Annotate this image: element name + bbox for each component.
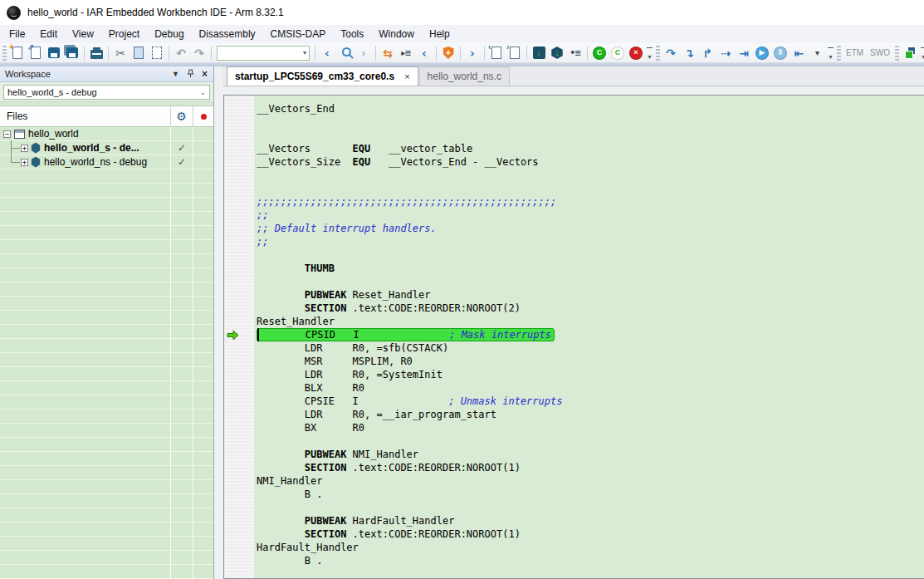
code-line[interactable]: BX R0 [257,421,924,434]
code-line[interactable]: B . [257,488,924,501]
paste-button[interactable] [148,44,166,62]
print-button[interactable] [87,44,105,62]
step-out-button[interactable]: ↱ [698,44,716,62]
close-tab-icon[interactable]: × [404,72,409,81]
code-line[interactable] [257,129,924,142]
code-line[interactable]: ;; Default interrupt handlers. [257,222,924,235]
expand-box-icon[interactable]: + [21,145,28,152]
toggle-bookmark-button[interactable]: ⇆ [379,44,397,62]
etm-button-button[interactable]: ETM [843,46,867,60]
step-over-button[interactable]: ↷ [662,44,680,62]
find-previous-button[interactable]: ‹ [318,44,336,62]
code-line[interactable]: NMI_Handler [257,474,924,488]
code-line[interactable]: ;;;;;;;;;;;;;;;;;;;;;;;;;;;;;;;;;;;;;;;;… [257,195,924,209]
code-line[interactable]: CPSID I ; Mask interrupts [257,328,924,341]
copy-button[interactable] [130,44,148,62]
code-line[interactable] [257,275,924,288]
configuration-selector[interactable]: hello_world_s - debug ⌄ [3,85,210,100]
menu-disassembly[interactable]: Disassembly [192,26,263,42]
breakpoint-gutter[interactable] [224,96,254,578]
tree-row-hello-world-s-de-[interactable]: +hello_world_s - de...✓ [0,141,213,155]
code-line[interactable] [257,434,924,448]
menu-file[interactable]: File [2,26,32,42]
tree-row-hello-world[interactable]: −hello_world [0,127,213,141]
restart-debugger-button[interactable]: C [590,44,609,62]
code-line[interactable]: CPSIE I ; Unmask interrupts [257,395,924,408]
go-to-bookmark-button[interactable]: ▸≡ [397,44,415,62]
menu-cmsis-dap[interactable]: CMSIS-DAP [263,26,334,42]
toolbar-overflow-icon[interactable]: ▾ [826,45,835,61]
code-line[interactable]: B . [257,554,924,567]
code-line[interactable]: PUBWEAK HardFault_Handler [257,514,924,527]
menu-help[interactable]: Help [422,26,457,42]
code-line[interactable] [257,115,924,129]
panel-menu-icon[interactable]: ▼ [172,71,179,78]
code-line[interactable]: LDR R0, =__iar_program_start [257,408,924,421]
save-button[interactable] [45,44,63,62]
menu-edit[interactable]: Edit [32,26,65,42]
code-line[interactable]: SECTION .text:CODE:REORDER:NOROOT(2) [257,302,924,315]
code-line[interactable]: Reset_Handler [257,315,924,328]
undo-button[interactable]: ↶ [172,44,190,62]
code-line[interactable]: __Vectors_Size EQU __Vectors_End - __Vec… [257,155,924,169]
expand-box-icon[interactable]: + [21,159,28,166]
code-line[interactable]: __Vectors_End [257,102,924,115]
download-active-application-button[interactable]: ↓ [548,44,566,62]
stop-debugging-button[interactable]: × [627,44,645,62]
security-shield-button[interactable]: + [439,44,457,62]
make-button[interactable]: •≡ [566,44,584,62]
menu-window[interactable]: Window [371,26,422,42]
tab-startup-LPC55S69-cm33-core0-s[interactable]: startup_LPC55S69_cm33_core0.s× [227,66,418,86]
pin-icon[interactable] [187,69,194,80]
code-line[interactable]: LDR R0, =SystemInit [257,368,924,381]
panel-splitter[interactable] [214,66,222,579]
code-line[interactable]: __Vectors EQU __vector_table [257,142,924,155]
reset-button[interactable]: C [609,44,627,62]
code-line[interactable]: LDR R0, =sfb(CSTACK) [257,341,924,355]
tab-hello-world-ns-c[interactable]: hello_world_ns.c [419,66,510,86]
go-button[interactable]: ▶ [753,44,771,62]
search-combo[interactable]: ▾ [217,46,310,61]
swo-button-button[interactable]: SWO [867,46,893,60]
code-line[interactable]: PUBWEAK NMI_Handler [257,448,924,461]
new-document-button[interactable]: + [8,44,27,62]
debug-dropdown-button[interactable]: ▾ [808,44,826,62]
navigate-backward-button[interactable]: ‹ [415,44,433,62]
next-document-button[interactable]: › [506,44,524,62]
code-line[interactable]: SECTION .text:CODE:REORDER:NOROOT(1) [257,461,924,474]
code-line[interactable]: ;; [257,209,924,222]
code-line[interactable]: PUBWEAK Reset_Handler [257,288,924,302]
open-file-button[interactable]: ⇗ [27,44,45,62]
code-line[interactable]: ;; [257,235,924,248]
menu-project[interactable]: Project [101,26,147,42]
code-editor[interactable]: __Vectors_End__Vectors EQU __vector_tabl… [254,96,924,578]
code-line[interactable]: SECTION .text:CODE:REORDER:NOROOT(1) [257,527,924,541]
reset-target-button[interactable]: ⇤ [790,44,808,62]
code-line[interactable]: HardFault_Handler [257,541,924,554]
menu-view[interactable]: View [65,26,101,42]
next-statement-button[interactable]: ⇢ [716,44,735,62]
find-button[interactable] [336,44,354,62]
navigate-forward-button[interactable]: › [463,44,482,62]
close-icon[interactable]: × [202,69,208,79]
redo-button[interactable]: ↷ [190,44,208,62]
code-line[interactable]: BLX R0 [257,381,924,395]
run-to-cursor-button[interactable]: ⇥ [735,44,753,62]
step-into-button[interactable]: ↴ [680,44,698,62]
multicore-button[interactable] [901,44,919,62]
previous-document-button[interactable]: ‹ [487,44,506,62]
menu-tools[interactable]: Tools [333,26,371,42]
cut-button[interactable]: ✂ [111,44,130,62]
code-line[interactable] [257,501,924,514]
toolbar-overflow-icon[interactable]: ▾ [645,45,654,61]
menu-debug[interactable]: Debug [147,26,191,42]
find-next-button[interactable]: › [354,44,373,62]
collapse-box-icon[interactable]: − [3,130,11,138]
save-all-button[interactable] [63,44,81,62]
tree-row-hello-world-ns-debug[interactable]: +hello_world_ns - debug✓ [0,155,213,169]
toolbar-overflow-icon[interactable]: ▾ [919,45,924,61]
code-line[interactable] [257,182,924,195]
break-button[interactable]: ‖ [771,44,790,62]
download-and-debug-button[interactable]: ↓ [530,44,548,62]
gear-icon[interactable]: ⚙ [170,110,193,122]
